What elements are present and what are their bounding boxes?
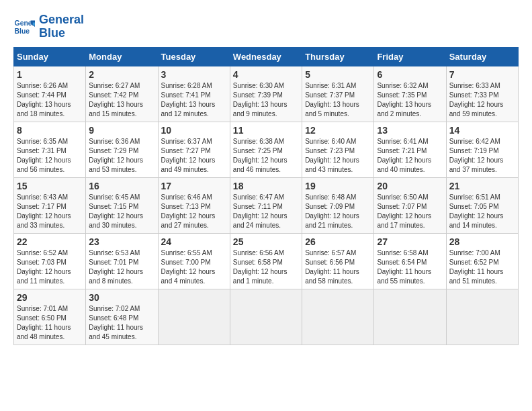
day-number: 29	[17, 292, 83, 303]
calendar-cell: 18 Sunrise: 6:47 AM Sunset: 7:11 PM Dayl…	[230, 177, 302, 233]
calendar-cell: 27 Sunrise: 6:58 AM Sunset: 6:54 PM Dayl…	[374, 233, 446, 289]
day-info: Sunrise: 6:52 AM Sunset: 7:03 PM Dayligh…	[17, 248, 83, 286]
calendar-cell	[374, 289, 446, 345]
day-number: 1	[17, 69, 83, 80]
calendar-cell	[230, 289, 302, 345]
calendar-cell: 25 Sunrise: 6:56 AM Sunset: 6:58 PM Dayl…	[230, 233, 302, 289]
day-info: Sunrise: 6:38 AM Sunset: 7:25 PM Dayligh…	[233, 137, 299, 175]
calendar-week-1: 1 Sunrise: 6:26 AM Sunset: 7:44 PM Dayli…	[14, 66, 519, 122]
svg-text:Blue: Blue	[15, 27, 30, 34]
day-number: 2	[89, 69, 154, 80]
day-info: Sunrise: 7:02 AM Sunset: 6:48 PM Dayligh…	[89, 304, 154, 342]
day-header-monday: Monday	[86, 47, 158, 66]
day-info: Sunrise: 6:50 AM Sunset: 7:07 PM Dayligh…	[377, 193, 443, 230]
calendar-cell: 10 Sunrise: 6:37 AM Sunset: 7:27 PM Dayl…	[158, 122, 230, 177]
day-number: 9	[89, 125, 154, 136]
logo-icon: General Blue	[13, 16, 35, 38]
calendar-cell: 30 Sunrise: 7:02 AM Sunset: 6:48 PM Dayl…	[86, 289, 158, 345]
calendar-cell	[302, 289, 374, 345]
calendar-cell: 2 Sunrise: 6:27 AM Sunset: 7:42 PM Dayli…	[86, 66, 158, 122]
day-number: 15	[17, 181, 83, 191]
day-number: 24	[161, 236, 227, 247]
calendar-cell: 3 Sunrise: 6:28 AM Sunset: 7:41 PM Dayli…	[158, 66, 230, 122]
day-info: Sunrise: 6:53 AM Sunset: 7:01 PM Dayligh…	[89, 248, 154, 286]
day-info: Sunrise: 6:42 AM Sunset: 7:19 PM Dayligh…	[449, 137, 515, 175]
day-number: 8	[17, 125, 83, 136]
day-info: Sunrise: 6:31 AM Sunset: 7:37 PM Dayligh…	[305, 81, 371, 119]
day-number: 10	[161, 125, 227, 136]
day-header-wednesday: Wednesday	[230, 47, 302, 66]
calendar-cell: 21 Sunrise: 6:51 AM Sunset: 7:05 PM Dayl…	[446, 177, 518, 233]
day-header-sunday: Sunday	[14, 47, 86, 66]
day-info: Sunrise: 6:35 AM Sunset: 7:31 PM Dayligh…	[17, 137, 83, 175]
day-header-saturday: Saturday	[446, 47, 518, 66]
calendar-cell: 9 Sunrise: 6:36 AM Sunset: 7:29 PM Dayli…	[86, 122, 158, 177]
page-header: General Blue GeneralBlue	[13, 13, 519, 40]
day-info: Sunrise: 6:57 AM Sunset: 6:56 PM Dayligh…	[305, 248, 371, 286]
calendar-week-2: 8 Sunrise: 6:35 AM Sunset: 7:31 PM Dayli…	[14, 122, 519, 177]
day-info: Sunrise: 6:47 AM Sunset: 7:11 PM Dayligh…	[233, 193, 299, 230]
day-header-thursday: Thursday	[302, 47, 374, 66]
day-info: Sunrise: 7:00 AM Sunset: 6:52 PM Dayligh…	[449, 248, 515, 286]
day-number: 13	[377, 125, 443, 136]
logo: General Blue GeneralBlue	[13, 13, 84, 40]
calendar-cell: 1 Sunrise: 6:26 AM Sunset: 7:44 PM Dayli…	[14, 66, 86, 122]
day-number: 22	[17, 236, 83, 247]
calendar-cell: 22 Sunrise: 6:52 AM Sunset: 7:03 PM Dayl…	[14, 233, 86, 289]
day-number: 18	[233, 181, 299, 191]
calendar-week-5: 29 Sunrise: 7:01 AM Sunset: 6:50 PM Dayl…	[14, 289, 519, 345]
day-info: Sunrise: 6:28 AM Sunset: 7:41 PM Dayligh…	[161, 81, 227, 119]
day-info: Sunrise: 6:36 AM Sunset: 7:29 PM Dayligh…	[89, 137, 154, 175]
day-number: 30	[89, 292, 154, 303]
logo-text: GeneralBlue	[39, 13, 84, 40]
calendar-cell: 19 Sunrise: 6:48 AM Sunset: 7:09 PM Dayl…	[302, 177, 374, 233]
day-number: 12	[305, 125, 371, 136]
calendar-cell: 13 Sunrise: 6:41 AM Sunset: 7:21 PM Dayl…	[374, 122, 446, 177]
calendar-cell: 14 Sunrise: 6:42 AM Sunset: 7:19 PM Dayl…	[446, 122, 518, 177]
day-info: Sunrise: 6:48 AM Sunset: 7:09 PM Dayligh…	[305, 193, 371, 230]
calendar-cell: 28 Sunrise: 7:00 AM Sunset: 6:52 PM Dayl…	[446, 233, 518, 289]
calendar-cell: 8 Sunrise: 6:35 AM Sunset: 7:31 PM Dayli…	[14, 122, 86, 177]
day-info: Sunrise: 6:40 AM Sunset: 7:23 PM Dayligh…	[305, 137, 371, 175]
day-info: Sunrise: 6:56 AM Sunset: 6:58 PM Dayligh…	[233, 248, 299, 286]
calendar-cell: 29 Sunrise: 7:01 AM Sunset: 6:50 PM Dayl…	[14, 289, 86, 345]
day-number: 21	[449, 181, 515, 191]
calendar-cell: 12 Sunrise: 6:40 AM Sunset: 7:23 PM Dayl…	[302, 122, 374, 177]
calendar-cell: 15 Sunrise: 6:43 AM Sunset: 7:17 PM Dayl…	[14, 177, 86, 233]
day-number: 25	[233, 236, 299, 247]
day-number: 26	[305, 236, 371, 247]
day-info: Sunrise: 6:26 AM Sunset: 7:44 PM Dayligh…	[17, 81, 83, 119]
calendar-week-3: 15 Sunrise: 6:43 AM Sunset: 7:17 PM Dayl…	[14, 177, 519, 233]
day-number: 3	[161, 69, 227, 80]
day-info: Sunrise: 6:58 AM Sunset: 6:54 PM Dayligh…	[377, 248, 443, 286]
calendar-cell: 20 Sunrise: 6:50 AM Sunset: 7:07 PM Dayl…	[374, 177, 446, 233]
day-header-tuesday: Tuesday	[158, 47, 230, 66]
day-info: Sunrise: 6:37 AM Sunset: 7:27 PM Dayligh…	[161, 137, 227, 175]
day-number: 23	[89, 236, 154, 247]
day-number: 28	[449, 236, 515, 247]
calendar-cell: 5 Sunrise: 6:31 AM Sunset: 7:37 PM Dayli…	[302, 66, 374, 122]
day-number: 4	[233, 69, 299, 80]
calendar-cell: 24 Sunrise: 6:55 AM Sunset: 7:00 PM Dayl…	[158, 233, 230, 289]
day-number: 27	[377, 236, 443, 247]
calendar-cell: 23 Sunrise: 6:53 AM Sunset: 7:01 PM Dayl…	[86, 233, 158, 289]
calendar-cell: 4 Sunrise: 6:30 AM Sunset: 7:39 PM Dayli…	[230, 66, 302, 122]
day-info: Sunrise: 6:32 AM Sunset: 7:35 PM Dayligh…	[377, 81, 443, 119]
day-number: 14	[449, 125, 515, 136]
calendar-cell	[446, 289, 518, 345]
calendar-cell: 26 Sunrise: 6:57 AM Sunset: 6:56 PM Dayl…	[302, 233, 374, 289]
day-header-friday: Friday	[374, 47, 446, 66]
day-info: Sunrise: 7:01 AM Sunset: 6:50 PM Dayligh…	[17, 304, 83, 342]
day-info: Sunrise: 6:46 AM Sunset: 7:13 PM Dayligh…	[161, 193, 227, 230]
day-number: 5	[305, 69, 371, 80]
calendar-cell: 11 Sunrise: 6:38 AM Sunset: 7:25 PM Dayl…	[230, 122, 302, 177]
day-info: Sunrise: 6:55 AM Sunset: 7:00 PM Dayligh…	[161, 248, 227, 286]
calendar-cell: 7 Sunrise: 6:33 AM Sunset: 7:33 PM Dayli…	[446, 66, 518, 122]
day-info: Sunrise: 6:33 AM Sunset: 7:33 PM Dayligh…	[449, 81, 515, 119]
day-info: Sunrise: 6:51 AM Sunset: 7:05 PM Dayligh…	[449, 193, 515, 230]
day-info: Sunrise: 6:45 AM Sunset: 7:15 PM Dayligh…	[89, 193, 154, 230]
day-number: 16	[89, 181, 154, 191]
calendar-cell: 17 Sunrise: 6:46 AM Sunset: 7:13 PM Dayl…	[158, 177, 230, 233]
calendar-table: SundayMondayTuesdayWednesdayThursdayFrid…	[13, 47, 519, 345]
day-number: 6	[377, 69, 443, 80]
